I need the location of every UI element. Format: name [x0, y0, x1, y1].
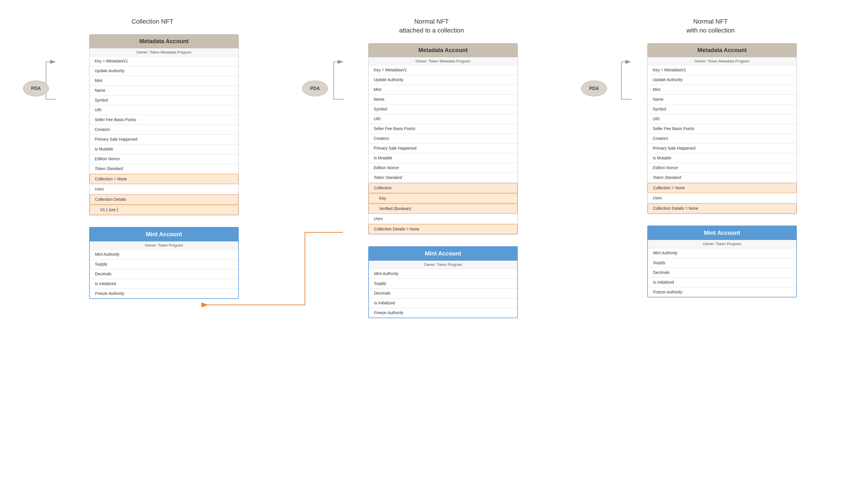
col2-metadata-box: Metadata Account Owner: Token Metadata P…: [368, 43, 518, 235]
metadata-row-item: Seller Fee Basis Points: [368, 124, 517, 134]
metadata-row-item: Is Mutable: [648, 153, 797, 163]
metadata-row-item: Primary Sale Happened: [648, 143, 797, 153]
col2-metadata-header: Metadata Account: [368, 43, 517, 57]
col1-mint-rows: Mint AuthoritySupplyDecimalsIs Initializ…: [90, 250, 238, 298]
col2-mint-rows: Mint AuthoritySupplyDecimalsIs Initializ…: [369, 269, 517, 318]
columns-wrapper: Collection NFT PDA Metadata Account Owne…: [23, 17, 840, 318]
metadata-row-item: Creators: [368, 134, 517, 143]
col1-mint-owner: Owner: Token Program: [90, 241, 238, 250]
col2-mint-box: Mint Account Owner: Token Program Mint A…: [368, 246, 518, 318]
mint-row-item: Decimals: [648, 268, 796, 278]
col2-pda-oval: PDA: [302, 80, 328, 96]
metadata-row-item: Token Standard: [89, 164, 238, 174]
metadata-row-item: Name: [648, 94, 797, 104]
metadata-row-item: Uses: [89, 185, 238, 194]
metadata-row-item: Uses: [368, 214, 517, 224]
col1-owner-row: Owner: Token Metadata Program: [89, 48, 238, 57]
mint-row-item: Is Initialized: [90, 279, 238, 289]
col1-metadata-header: Metadata Account: [89, 35, 238, 48]
metadata-row-item: Is Mutable: [368, 153, 517, 163]
metadata-row-item: Seller Fee Basis Points: [89, 115, 238, 125]
metadata-row-item: Edition Nonce: [648, 163, 797, 173]
col2-title: Normal NFT attached to a collection: [399, 17, 464, 35]
col3-metadata-box: Metadata Account Owner: Token Metadata P…: [647, 43, 797, 214]
metadata-row-item: Primary Sale Happened: [89, 135, 238, 144]
col3-pda-oval: PDA: [581, 80, 607, 96]
mint-row-item: Supply: [90, 260, 238, 269]
page-container: Collection NFT PDA Metadata Account Owne…: [0, 0, 863, 504]
col3-mint-rows: Mint AuthoritySupplyDecimalsIs Initializ…: [648, 248, 796, 297]
mint-row-item: Supply: [369, 279, 517, 289]
metadata-row-item: Symbol: [368, 104, 517, 114]
col1-mint-header: Mint Account: [90, 228, 238, 241]
metadata-row-item: Creators: [648, 134, 797, 143]
metadata-row-item: URI: [648, 114, 797, 124]
col2-mint-owner: Owner: Token Program: [369, 261, 517, 269]
metadata-row-item: Edition Nonce: [368, 163, 517, 173]
mint-row-item: Decimals: [369, 289, 517, 298]
metadata-row-item: Update Authority: [368, 75, 517, 85]
metadata-row-item: Collection: [368, 183, 517, 193]
metadata-row-item: Mint: [648, 85, 797, 94]
metadata-row-item: Symbol: [89, 96, 238, 105]
col2-meta-rows: Key = MetadataV1Update AuthorityMintName…: [368, 65, 517, 234]
metadata-row-item: Symbol: [648, 104, 797, 114]
metadata-row-item: Name: [368, 94, 517, 104]
col1-meta-rows: Key = MetadataV1Update AuthorityMintName…: [89, 56, 238, 215]
metadata-row-item: Collection Details: [89, 194, 238, 204]
col3-mint-header: Mint Account: [648, 226, 796, 240]
col1-mint-box: Mint Account Owner: Token Program Mint A…: [89, 227, 239, 299]
metadata-row-item: Token Standard: [368, 173, 517, 183]
metadata-row-item: Token Standard: [648, 173, 797, 183]
metadata-row-item: Key = MetadataV1: [368, 65, 517, 75]
metadata-row-item: Edition Nonce: [89, 154, 238, 164]
col2-owner-row: Owner: Token Metadata Program: [368, 57, 517, 66]
col3-mint-owner: Owner: Token Program: [648, 240, 796, 248]
col3-title: Normal NFT with no collection: [686, 17, 735, 35]
mint-row-item: Freeze Authority: [90, 289, 238, 298]
mint-row-item: Is Initialized: [369, 298, 517, 308]
column-2: Normal NFT attached to a collection PDA …: [302, 17, 561, 318]
column-1: Collection NFT PDA Metadata Account Owne…: [23, 17, 282, 299]
mint-row-item: Mint Authority: [90, 250, 238, 260]
col1-pda-oval: PDA: [23, 80, 49, 96]
metadata-row-item: Key = MetadataV1: [648, 65, 797, 75]
metadata-row-item: Mint: [89, 76, 238, 86]
metadata-row-item: Is Mutable: [89, 144, 238, 154]
mint-row-item: Freeze Authority: [369, 308, 517, 318]
metadata-row-item: Collection Details = None: [368, 224, 517, 234]
col3-mint-box: Mint Account Owner: Token Program Mint A…: [647, 226, 797, 298]
column-3: Normal NFT with no collection PDA Metada…: [581, 17, 840, 298]
col3-metadata-header: Metadata Account: [648, 43, 797, 57]
mint-row-item: Is Initialized: [648, 278, 796, 287]
mint-row-item: Mint Authority: [648, 248, 796, 258]
metadata-row-item: Collection = None: [648, 183, 797, 193]
metadata-row-item: Creators: [89, 125, 238, 135]
metadata-row-item: Key = MetadataV1: [89, 56, 238, 66]
mint-row-item: Decimals: [90, 269, 238, 279]
metadata-row-item: Collection Details = None: [648, 203, 797, 213]
metadata-row-item: Update Authority: [648, 75, 797, 85]
metadata-row-item: Key: [368, 193, 517, 203]
col1-title: Collection NFT: [132, 17, 173, 26]
metadata-row-item: Verified (Boolean): [368, 204, 517, 214]
metadata-row-item: URI: [89, 105, 238, 115]
metadata-row-item: Primary Sale Happened: [368, 143, 517, 153]
mint-row-item: Freeze Authority: [648, 287, 796, 297]
col2-mint-header: Mint Account: [369, 247, 517, 261]
metadata-row-item: Name: [89, 86, 238, 96]
col3-owner-row: Owner: Token Metadata Program: [648, 57, 797, 66]
col1-metadata-box: Metadata Account Owner: Token Metadata P…: [89, 34, 239, 216]
metadata-row-item: Uses: [648, 193, 797, 203]
metadata-row-item: V1 { size }: [89, 205, 238, 215]
metadata-row-item: Seller Fee Basis Points: [648, 124, 797, 134]
mint-row-item: Mint Authority: [369, 269, 517, 279]
metadata-row-item: Update Authority: [89, 66, 238, 76]
col3-meta-rows: Key = MetadataV1Update AuthorityMintName…: [648, 65, 797, 213]
mint-row-item: Supply: [648, 258, 796, 268]
metadata-row-item: Mint: [368, 85, 517, 94]
metadata-row-item: Collection = None: [89, 174, 238, 184]
metadata-row-item: URI: [368, 114, 517, 124]
